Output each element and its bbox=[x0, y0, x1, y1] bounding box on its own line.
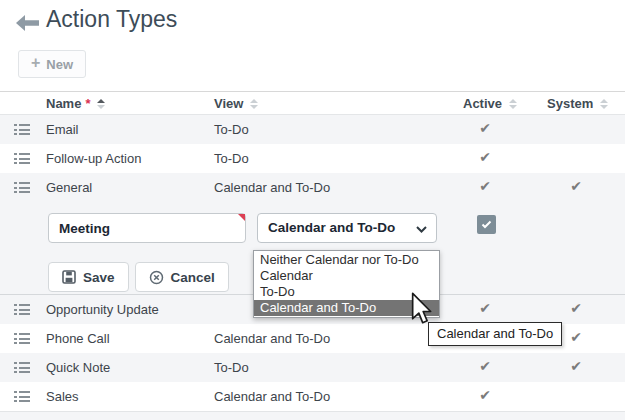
column-header-active[interactable]: Active bbox=[463, 96, 517, 111]
plus-icon: + bbox=[31, 55, 40, 71]
system-check-icon: ✔ bbox=[562, 329, 590, 345]
dropdown-option[interactable]: Calendar bbox=[254, 268, 439, 284]
edit-buttons: Save Cancel bbox=[48, 262, 229, 292]
sort-arrows-icon bbox=[509, 99, 517, 109]
active-check-icon: ✔ bbox=[471, 300, 499, 316]
sort-arrows-icon bbox=[600, 99, 608, 109]
view-select-value: Calendar and To-Do bbox=[268, 220, 395, 235]
back-arrow-icon[interactable] bbox=[16, 14, 40, 32]
rows-above-edit: Email To-Do ✔ Follow-up Action To-Do ✔ G… bbox=[0, 115, 625, 202]
tooltip: Calendar and To-Do bbox=[428, 322, 562, 346]
table-row[interactable]: General Calendar and To-Do ✔ ✔ bbox=[0, 173, 625, 202]
cancel-button-label: Cancel bbox=[171, 270, 215, 285]
row-name: Sales bbox=[46, 389, 79, 404]
row-name: Quick Note bbox=[46, 360, 110, 375]
row-name: Email bbox=[46, 122, 79, 137]
row-view: Calendar and To-Do bbox=[214, 389, 330, 404]
view-select-dropdown: Neither Calendar nor To-DoCalendarTo-DoC… bbox=[253, 250, 440, 318]
drag-handle-icon[interactable] bbox=[14, 362, 32, 376]
bottom-stripe bbox=[0, 411, 625, 420]
row-view: To-Do bbox=[214, 360, 249, 375]
new-button-label: New bbox=[46, 57, 73, 72]
system-check-icon: ✔ bbox=[562, 300, 590, 316]
row-view: Calendar and To-Do bbox=[214, 331, 330, 346]
dropdown-option[interactable]: Neither Calendar nor To-Do bbox=[254, 252, 439, 268]
cancel-button[interactable]: Cancel bbox=[135, 262, 229, 292]
save-floppy-icon bbox=[62, 270, 76, 284]
required-asterisk: * bbox=[85, 96, 90, 111]
row-name: Opportunity Update bbox=[46, 302, 159, 317]
sort-arrows-icon bbox=[97, 99, 105, 109]
cancel-circle-x-icon bbox=[149, 270, 164, 285]
check-icon bbox=[481, 220, 492, 229]
row-name: General bbox=[46, 180, 92, 195]
action-types-page: Action Types + New Name* View Active Sys… bbox=[0, 0, 625, 420]
drag-handle-icon[interactable] bbox=[14, 182, 32, 196]
column-header-name[interactable]: Name* bbox=[46, 96, 105, 111]
new-button[interactable]: + New bbox=[18, 50, 86, 78]
row-name: Phone Call bbox=[46, 331, 110, 346]
page-title: Action Types bbox=[46, 6, 177, 33]
view-select[interactable]: Calendar and To-Do bbox=[257, 213, 437, 243]
save-button-label: Save bbox=[83, 270, 115, 285]
drag-handle-icon[interactable] bbox=[14, 124, 32, 138]
drag-handle-icon[interactable] bbox=[14, 304, 32, 318]
row-name: Follow-up Action bbox=[46, 151, 141, 166]
column-header-view[interactable]: View bbox=[214, 96, 258, 111]
active-check-icon: ✔ bbox=[471, 178, 499, 194]
name-field-wrapper bbox=[48, 213, 246, 243]
table-row[interactable]: Quick Note To-Do ✔ ✔ bbox=[0, 353, 625, 382]
active-check-icon: ✔ bbox=[471, 120, 499, 136]
active-checkbox[interactable] bbox=[477, 215, 496, 234]
drag-handle-icon[interactable] bbox=[14, 391, 32, 405]
table-row[interactable]: Sales Calendar and To-Do ✔ bbox=[0, 382, 625, 411]
row-view: To-Do bbox=[214, 151, 249, 166]
required-corner-marker bbox=[238, 214, 245, 221]
system-check-icon: ✔ bbox=[562, 358, 590, 374]
save-button[interactable]: Save bbox=[48, 262, 129, 292]
dropdown-option[interactable]: To-Do bbox=[254, 284, 439, 300]
drag-handle-icon[interactable] bbox=[14, 333, 32, 347]
row-view: To-Do bbox=[214, 122, 249, 137]
name-input[interactable] bbox=[48, 213, 246, 243]
sort-arrows-icon bbox=[250, 99, 258, 109]
chevron-down-icon bbox=[416, 226, 427, 233]
active-check-icon: ✔ bbox=[471, 358, 499, 374]
dropdown-option-highlighted[interactable]: Calendar and To-Do bbox=[254, 300, 439, 316]
table-row[interactable]: Email To-Do ✔ bbox=[0, 115, 625, 144]
active-check-icon: ✔ bbox=[471, 149, 499, 165]
active-check-icon: ✔ bbox=[471, 387, 499, 403]
column-header-system[interactable]: System bbox=[547, 96, 608, 111]
system-check-icon: ✔ bbox=[562, 178, 590, 194]
table-row[interactable]: Follow-up Action To-Do ✔ bbox=[0, 144, 625, 173]
table-header: Name* View Active System bbox=[0, 91, 625, 115]
drag-handle-icon[interactable] bbox=[14, 153, 32, 167]
row-view: Calendar and To-Do bbox=[214, 180, 330, 195]
